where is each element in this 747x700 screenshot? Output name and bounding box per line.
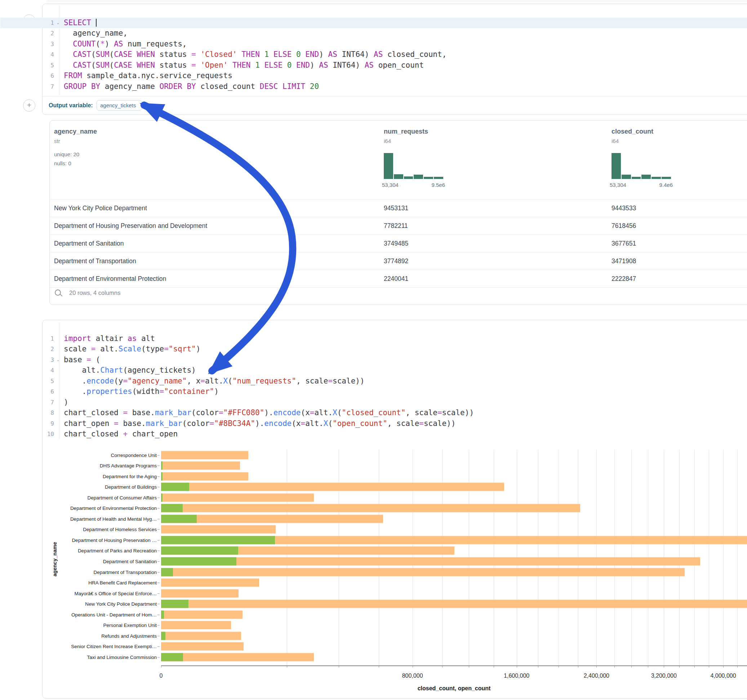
column-histogram bbox=[611, 153, 671, 179]
bar-closed bbox=[161, 462, 240, 470]
code-text: CAST(SUM(CASE WHEN status = 'Closed' THE… bbox=[64, 49, 446, 60]
y-axis-label: Department of Consumer Affairs bbox=[87, 495, 157, 500]
code-line: 4 CAST(SUM(CASE WHEN status = 'Closed' T… bbox=[0, 49, 747, 60]
code-line: 4 alt.Chart(agency_tickets) bbox=[0, 365, 747, 376]
y-axis-label: Department of Buildings bbox=[105, 484, 157, 490]
histogram-min-label: 53,304 bbox=[610, 182, 626, 188]
y-axis-label: Senior Citizen Rent Increase Exempti… bbox=[71, 644, 157, 649]
code-text: FROM sample_data.nyc.service_requests bbox=[64, 71, 233, 81]
line-number: 5 bbox=[42, 376, 54, 387]
x-axis-tick-label: 4,000,000 bbox=[710, 673, 736, 679]
bar-open bbox=[161, 632, 165, 640]
code-line: 3 COUNT(*) AS num_requests, bbox=[0, 39, 747, 50]
y-axis-label: Department of Health and Mental Hyg… bbox=[70, 516, 157, 521]
bar-open bbox=[161, 653, 183, 661]
output-variable-chip[interactable]: agency_tickets bbox=[97, 100, 142, 110]
bar-closed bbox=[161, 600, 747, 608]
bar-open bbox=[161, 462, 163, 470]
code-line: 7) bbox=[0, 397, 747, 408]
table-row[interactable]: Department of Housing Preservation and D… bbox=[50, 217, 747, 235]
code-text: .encode(y="agency_name", x=alt.X("num_re… bbox=[64, 376, 365, 387]
column-stat: unique: 20 bbox=[54, 151, 79, 157]
bar-open bbox=[161, 568, 173, 576]
line-number: 6 bbox=[42, 71, 54, 81]
table-cell: 9453131 bbox=[384, 199, 408, 217]
y-axis-tick bbox=[157, 455, 160, 456]
y-axis-tick bbox=[157, 540, 160, 540]
notebook-page: + + 1⌄SELECT 2 agency_name,3 COUNT(*) AS… bbox=[0, 0, 747, 700]
x-axis-tick-label: 2,400,000 bbox=[584, 673, 609, 679]
table-bottom-divider bbox=[50, 287, 747, 288]
code-line: 6 .properties(width="container") bbox=[0, 386, 747, 397]
table-row[interactable]: New York City Police Department945313194… bbox=[50, 199, 747, 217]
y-axis-label: Department of Transportation bbox=[93, 569, 157, 575]
y-axis-tick bbox=[157, 466, 160, 466]
y-axis-tick bbox=[157, 604, 160, 604]
line-number: 7 bbox=[42, 81, 54, 92]
column-header[interactable]: closed_count bbox=[611, 128, 653, 136]
table-cell: Department of Transportation bbox=[54, 252, 136, 270]
table-footer-summary: 20 rows, 4 columns bbox=[69, 290, 120, 296]
bar-open bbox=[161, 547, 238, 555]
collapse-chevron-icon[interactable]: ⌄ bbox=[56, 18, 60, 29]
table-row[interactable]: Department of Sanitation37494853677651 bbox=[50, 234, 747, 252]
line-number: 2 bbox=[42, 344, 54, 355]
bar-open bbox=[161, 536, 275, 544]
previous-cell-divider bbox=[47, 1, 747, 1]
column-header[interactable]: agency_name bbox=[54, 128, 97, 136]
code-text: .properties(width="container") bbox=[64, 386, 219, 397]
table-cell: Department of Housing Preservation and D… bbox=[54, 217, 207, 235]
table-cell: 9443533 bbox=[611, 199, 636, 217]
bar-open bbox=[161, 610, 164, 619]
line-number: 4 bbox=[42, 49, 54, 60]
code-text: ) bbox=[64, 397, 68, 408]
search-icon[interactable] bbox=[55, 290, 61, 296]
table-cell: 7618456 bbox=[611, 217, 636, 235]
line-number: 6 bbox=[42, 386, 54, 397]
code-line: 6FROM sample_data.nyc.service_requests bbox=[0, 71, 747, 81]
bar-closed bbox=[161, 568, 685, 576]
bar-open bbox=[161, 600, 189, 608]
code-text: SELECT bbox=[64, 18, 97, 29]
code-text: CAST(SUM(CASE WHEN status = 'Open' THEN … bbox=[64, 60, 424, 71]
line-number: 4 bbox=[42, 365, 54, 376]
table-cell: 3471908 bbox=[611, 252, 636, 270]
y-axis-tick bbox=[157, 551, 160, 551]
code-line: 5 CAST(SUM(CASE WHEN status = 'Open' THE… bbox=[0, 60, 747, 71]
bar-open bbox=[161, 504, 183, 512]
y-axis-label: Department of Sanitation bbox=[103, 559, 157, 564]
bar-closed bbox=[161, 451, 248, 459]
table-cell: 2240041 bbox=[384, 270, 408, 288]
table-row[interactable]: Department of Environmental Protection22… bbox=[50, 270, 747, 288]
table-cell: 7782211 bbox=[384, 217, 408, 235]
column-header[interactable]: num_requests bbox=[384, 128, 428, 136]
gridline bbox=[723, 450, 724, 665]
y-axis-tick bbox=[157, 593, 160, 594]
bar-closed bbox=[161, 557, 700, 566]
bar-closed bbox=[161, 643, 243, 651]
gridline bbox=[737, 450, 738, 665]
y-axis-label: Personal Exemption Unit bbox=[103, 623, 157, 628]
table-row[interactable]: Department of Transportation377489234719… bbox=[50, 252, 747, 270]
sql-output-divider bbox=[42, 96, 747, 97]
code-line: 2 agency_name, bbox=[0, 28, 747, 39]
y-axis-label: Department for the Aging bbox=[103, 474, 157, 479]
y-axis-tick bbox=[157, 519, 160, 519]
code-text: alt.Chart(agency_tickets) bbox=[64, 365, 196, 376]
python-gutter-divider bbox=[59, 322, 59, 439]
y-axis-label: Department of Homeless Services bbox=[83, 527, 157, 532]
collapse-chevron-icon[interactable]: ⌄ bbox=[56, 355, 60, 365]
y-axis-tick bbox=[157, 561, 160, 562]
bar-closed bbox=[161, 504, 580, 512]
bar-closed bbox=[161, 579, 259, 587]
add-cell-button-below-sql[interactable]: + bbox=[23, 100, 35, 112]
line-number: 1 bbox=[42, 333, 54, 344]
code-line: 7GROUP BY agency_name ORDER BY closed_co… bbox=[0, 81, 747, 92]
x-axis-tick-label: 1,600,000 bbox=[504, 673, 529, 679]
column-type: i64 bbox=[611, 138, 619, 144]
line-number: 8 bbox=[42, 407, 54, 418]
y-axis-label: Taxi and Limousine Commission bbox=[87, 654, 157, 660]
code-text: base = ( bbox=[64, 355, 100, 365]
table-cell: 2222847 bbox=[611, 270, 636, 288]
line-number: 1 bbox=[42, 18, 54, 29]
